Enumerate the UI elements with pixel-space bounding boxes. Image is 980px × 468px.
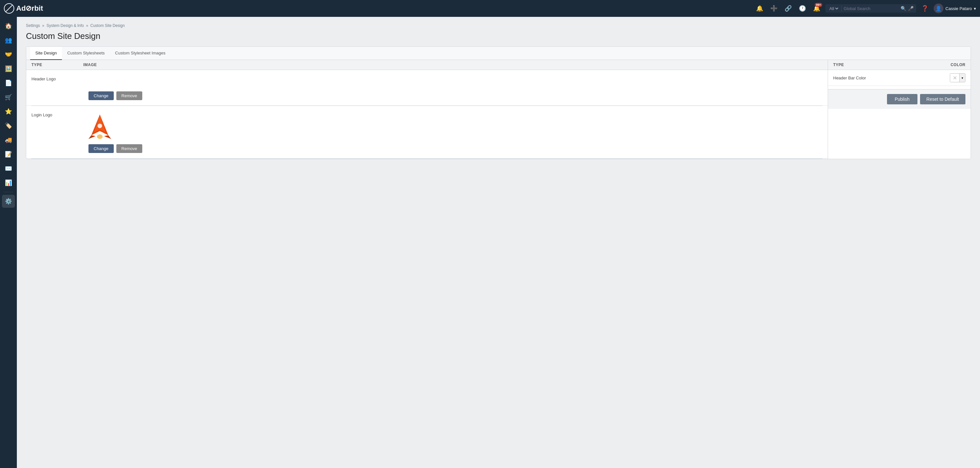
color-dropdown-button[interactable]: ▾ (959, 73, 965, 82)
user-name: Cassie Pataro (945, 6, 972, 11)
right-table-header: Type Color (828, 60, 970, 70)
header-bar-color-label: Header Bar Color (833, 75, 866, 80)
sidebar-item-tags[interactable]: 🏷️ (2, 119, 15, 132)
main-card: Site Design Custom Stylesheets Custom St… (26, 46, 971, 159)
global-search-area: All 🔍 🎤 (826, 4, 916, 13)
link-button[interactable]: 🔗 (783, 3, 794, 14)
add-button[interactable]: ➕ (768, 3, 780, 14)
user-menu[interactable]: 👤 Cassie Pataro ▾ (934, 3, 976, 13)
sidebar-item-favorites[interactable]: ⭐ (2, 105, 15, 118)
user-menu-chevron-icon: ▾ (974, 6, 976, 11)
left-images-table: Type Image Header Logo Chang (26, 60, 828, 159)
svg-point-7 (97, 134, 103, 139)
login-logo-remove-button[interactable]: Remove (116, 144, 142, 153)
sidebar-item-users[interactable]: 👥 (2, 34, 15, 47)
sidebar-item-delivery[interactable]: 🚚 (2, 134, 15, 146)
login-logo-label: Login Logo (32, 113, 83, 117)
global-search-input[interactable] (843, 6, 899, 11)
color-picker[interactable]: ✕ ▾ (950, 73, 966, 82)
color-x-icon: ✕ (950, 73, 959, 82)
sidebar: 🏠 👥 🤝 🖼️ 📄 🛒 ⭐ 🏷️ 🚚 📝 ✉️ 📊 ⚙️ (0, 17, 17, 468)
right-colors-table: Type Color Header Bar Color ✕ ▾ (828, 60, 970, 159)
notification-badge: 99+ (815, 3, 822, 7)
search-icons: 🔍 🎤 (900, 6, 913, 11)
sidebar-item-settings[interactable]: ⚙️ (2, 195, 15, 208)
left-table-header: Type Image (26, 60, 828, 70)
page-title: Custom Site Design (26, 31, 971, 41)
sidebar-divider (3, 192, 13, 192)
help-button[interactable]: ❓ (920, 3, 931, 14)
search-icon[interactable]: 🔍 (900, 6, 906, 11)
color-preview-box: ✕ (950, 73, 959, 82)
reset-to-default-button[interactable]: Reset to Default (920, 94, 966, 104)
svg-marker-5 (89, 135, 95, 139)
avatar: 👤 (934, 3, 943, 13)
app-logo[interactable]: Ad⊘rbit (4, 3, 43, 14)
notifications-alert-button[interactable]: 🔔 (754, 3, 765, 14)
publish-button[interactable]: Publish (887, 94, 918, 104)
svg-point-4 (97, 124, 102, 128)
tab-custom-stylesheets[interactable]: Custom Stylesheets (62, 47, 110, 60)
header-bar-color-row: Header Bar Color ✕ ▾ (828, 70, 970, 86)
sidebar-item-partners[interactable]: 🤝 (2, 48, 15, 61)
login-logo-change-button[interactable]: Change (89, 144, 114, 153)
microphone-icon[interactable]: 🎤 (908, 6, 913, 11)
login-logo-btn-row: Change Remove (89, 144, 822, 153)
svg-marker-6 (104, 135, 111, 139)
logo-icon (4, 3, 14, 14)
rocket-svg-icon (89, 114, 111, 140)
sidebar-item-reports[interactable]: 📊 (2, 176, 15, 189)
login-logo-row: Login Logo (26, 106, 828, 159)
sidebar-item-orders[interactable]: 🛒 (2, 91, 15, 104)
notifications-button[interactable]: 🔔 99+ (811, 3, 822, 14)
sidebar-item-media[interactable]: 🖼️ (2, 62, 15, 75)
header-logo-label: Header Logo (32, 76, 83, 81)
search-filter-select[interactable]: All (828, 6, 839, 11)
col-type-right-header: Type (833, 62, 844, 67)
sidebar-item-mail[interactable]: ✉️ (2, 162, 15, 175)
right-actions-area: Publish Reset to Default (828, 89, 970, 109)
header-logo-btn-row: Change Remove (89, 91, 822, 100)
history-button[interactable]: 🕐 (797, 3, 808, 14)
sidebar-item-content[interactable]: 📝 (2, 148, 15, 161)
login-logo-image (89, 114, 822, 141)
col-color-header: Color (950, 62, 966, 67)
card-body: Type Image Header Logo Chang (26, 60, 970, 159)
header-logo-change-button[interactable]: Change (89, 91, 114, 100)
col-image-header: Image (83, 62, 822, 67)
breadcrumb-settings[interactable]: Settings (26, 23, 40, 28)
tab-bar: Site Design Custom Stylesheets Custom St… (26, 47, 970, 60)
logo-text: Ad⊘rbit (16, 4, 43, 13)
breadcrumb-current: Custom Site Design (91, 23, 125, 28)
breadcrumb: Settings » System Design & Info » Custom… (26, 23, 971, 28)
main-content: Settings » System Design & Info » Custom… (17, 17, 980, 468)
header-logo-remove-button[interactable]: Remove (116, 91, 142, 100)
col-type-header: Type (32, 62, 83, 67)
svg-line-1 (6, 5, 12, 12)
tab-custom-stylesheet-images[interactable]: Custom Stylesheet Images (110, 47, 170, 60)
header-logo-row: Header Logo Change Remove (26, 70, 828, 106)
header-logo-image-area (89, 75, 822, 88)
top-navigation: Ad⊘rbit 🔔 ➕ 🔗 🕐 🔔 99+ All 🔍 🎤 ❓ 👤 Cassie… (0, 0, 980, 17)
search-divider (841, 5, 842, 11)
tab-site-design[interactable]: Site Design (30, 47, 62, 60)
sidebar-item-home[interactable]: 🏠 (2, 19, 15, 32)
sidebar-item-documents[interactable]: 📄 (2, 76, 15, 89)
breadcrumb-system-design[interactable]: System Design & Info (46, 23, 84, 28)
app-body: 🏠 👥 🤝 🖼️ 📄 🛒 ⭐ 🏷️ 🚚 📝 ✉️ 📊 ⚙️ Settings »… (0, 17, 980, 468)
